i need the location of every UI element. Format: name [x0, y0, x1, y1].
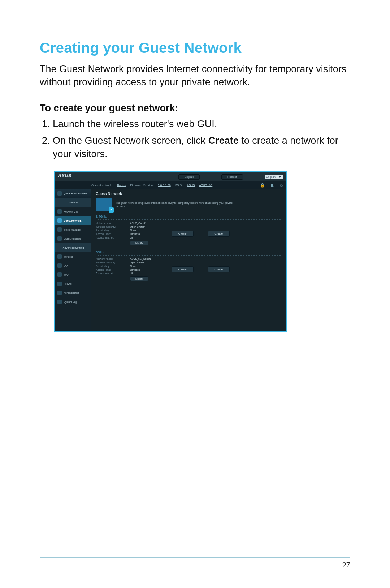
- lightbulb-icon: [57, 191, 62, 196]
- sidebar-item-label: USB Extension: [64, 237, 81, 240]
- label-wireless-security: Wireless Security:: [96, 261, 130, 264]
- create-button-5-slot3[interactable]: Create: [208, 266, 230, 272]
- steps-list: Launch the wireless router's web GUI. On…: [40, 117, 350, 161]
- sidebar-header-advanced: Advanced Setting: [55, 243, 91, 252]
- brand-logo: ASUS: [58, 173, 72, 178]
- users-icon: ✓: [96, 198, 112, 211]
- intro-paragraph: The Guest Network provides Internet conn…: [40, 63, 350, 89]
- label-access-intranet: Access Intranet:: [96, 272, 130, 275]
- footer-rule: [40, 557, 350, 558]
- label-access-time: Access Time:: [96, 233, 130, 235]
- page-heading: Creating your Guest Network: [40, 40, 350, 56]
- step-2: On the Guest Network screen, click Creat…: [53, 134, 350, 162]
- value-5-name: ASUS_5G_Guest1: [130, 258, 151, 260]
- traffic-icon: [57, 227, 62, 232]
- chevron-down-icon: [278, 176, 281, 178]
- sidebar-item-administration[interactable]: Administration: [55, 288, 91, 297]
- value-5-security: Open System: [130, 261, 145, 264]
- value-24-security: Open System: [130, 226, 145, 228]
- sidebar-item-guest-network[interactable]: Guest Network: [55, 216, 91, 225]
- sidebar-item-label: Traffic Manager: [64, 228, 81, 231]
- panel-description: The guest network can provide Internet c…: [116, 201, 235, 208]
- label-network-name: Network name:: [96, 222, 130, 224]
- create-button-5-slot2[interactable]: Create: [172, 266, 194, 272]
- gui-sidebar: Quick Internet Setup General Network Map…: [55, 189, 91, 331]
- band-5-label: 5GHz: [96, 250, 282, 254]
- sidebar-item-label: System Log: [64, 301, 77, 303]
- gui-info-strip: Operation Mode: Router Firmware Version:…: [55, 181, 286, 189]
- sidebar-item-label: Firewall: [64, 283, 72, 285]
- gui-topbar: ASUS Logout Reboot English: [55, 172, 286, 181]
- value-5-time: Limitless: [130, 269, 140, 271]
- step-1: Launch the wireless router's web GUI.: [53, 117, 350, 131]
- ssid-label: SSID:: [175, 184, 183, 187]
- create-button-24-slot2[interactable]: Create: [172, 231, 194, 237]
- wrench-icon: [57, 272, 62, 277]
- sidebar-item-firewall[interactable]: Firewall: [55, 279, 91, 288]
- divider: [96, 255, 282, 256]
- check-icon: ✓: [110, 207, 113, 212]
- sidebar-item-usb-extension[interactable]: USB Extension: [55, 234, 91, 243]
- usb-ext-icon: [57, 236, 62, 241]
- sidebar-item-traffic-manager[interactable]: Traffic Manager: [55, 225, 91, 234]
- logout-button[interactable]: Logout: [178, 174, 199, 180]
- value-5-intranet: off: [130, 272, 133, 275]
- fw-label: Firmware Version:: [130, 184, 153, 187]
- value-24-key: None: [130, 229, 136, 232]
- wrench-icon: [57, 282, 62, 286]
- sidebar-item-network-map[interactable]: Network Map: [55, 207, 91, 216]
- sidebar-item-wireless[interactable]: Wireless: [55, 252, 91, 261]
- sidebar-item-label: LAN: [64, 265, 69, 267]
- ssid-value-2: ASUS_5G: [199, 184, 212, 187]
- sidebar-item-system-log[interactable]: System Log: [55, 297, 91, 306]
- sidebar-item-label: Wireless: [64, 256, 73, 258]
- page-number: 27: [342, 561, 350, 569]
- sidebar-item-label: Guest Network: [64, 219, 81, 222]
- band-24-label: 2.4GHz: [96, 215, 282, 218]
- sidebar-item-label: Network Map: [64, 210, 78, 213]
- sidebar-item-lan[interactable]: LAN: [55, 261, 91, 270]
- fw-value: 3.0.0.1.28: [158, 184, 171, 187]
- step-2-bold: Create: [208, 135, 239, 146]
- wrench-icon: [57, 300, 62, 304]
- value-24-name: ASUS_Guest1: [130, 222, 147, 224]
- ssid-value-1: ASUS: [187, 184, 195, 187]
- modify-button-24[interactable]: Modify: [130, 241, 148, 245]
- label-security-key: Security key:: [96, 229, 130, 232]
- label-access-intranet: Access Intranet:: [96, 236, 130, 239]
- sidebar-item-wan[interactable]: WAN: [55, 270, 91, 279]
- value-24-time: Limitless: [130, 233, 140, 235]
- wrench-icon: [57, 291, 62, 295]
- usb-icon: ⎙: [280, 183, 283, 188]
- signal-icon: ◧: [271, 183, 274, 188]
- sidebar-item-label: Administration: [64, 292, 79, 294]
- router-gui-screenshot: ASUS Logout Reboot English Operation Mod…: [54, 171, 287, 332]
- value-5-key: None: [130, 265, 136, 267]
- label-wireless-security: Wireless Security:: [96, 226, 130, 228]
- step-2-a: On the Guest Network screen, click: [53, 135, 208, 146]
- panel-title: Guess Network: [96, 192, 282, 196]
- op-mode-value: Router: [117, 184, 126, 187]
- modify-button-5[interactable]: Modify: [130, 276, 148, 281]
- language-select[interactable]: English: [265, 175, 283, 179]
- subheading: To create your guest network:: [40, 103, 350, 114]
- label-access-time: Access Time:: [96, 269, 130, 271]
- divider: [96, 219, 282, 220]
- lock-icon: 🔒: [260, 183, 265, 188]
- wrench-icon: [57, 254, 62, 259]
- map-icon: [57, 209, 62, 214]
- sidebar-header-general: General: [55, 198, 91, 207]
- create-button-24-slot3[interactable]: Create: [208, 231, 230, 237]
- op-mode-label: Operation Mode:: [91, 184, 113, 187]
- guest-icon: [57, 218, 62, 223]
- wrench-icon: [57, 263, 62, 268]
- value-24-intranet: off: [130, 236, 133, 239]
- sidebar-item-qis[interactable]: Quick Internet Setup: [55, 189, 91, 198]
- gui-main-panel: Guess Network ✓ The guest network can pr…: [91, 189, 286, 331]
- reboot-button[interactable]: Reboot: [221, 174, 243, 180]
- language-label: English: [266, 175, 276, 179]
- sidebar-item-label: Quick Internet Setup: [64, 192, 88, 195]
- label-security-key: Security key:: [96, 265, 130, 267]
- label-network-name: Network name:: [96, 258, 130, 260]
- sidebar-item-label: WAN: [64, 274, 69, 276]
